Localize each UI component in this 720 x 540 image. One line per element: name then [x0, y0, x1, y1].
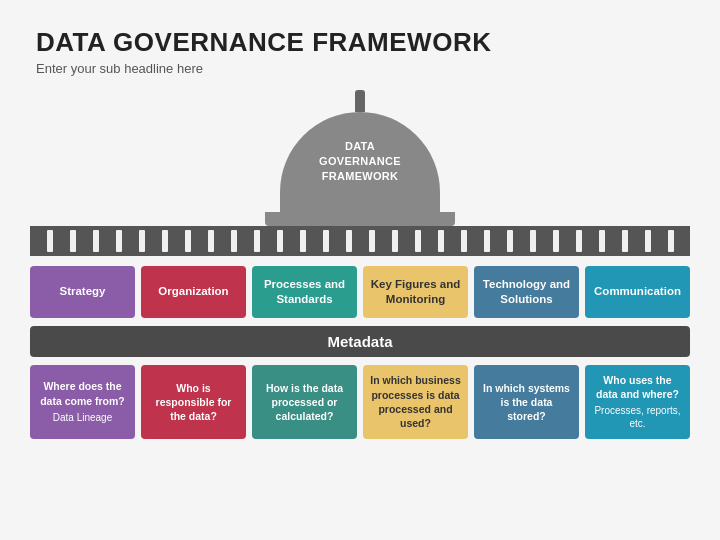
desc-technology: In which systems is the data stored?: [474, 365, 579, 439]
ladder-rung: [208, 230, 214, 252]
ladder-rung: [553, 230, 559, 252]
ladder-rung: [116, 230, 122, 252]
cat-processes: Processes and Standards: [252, 266, 357, 318]
description-row: Where does the data come from? Data Line…: [30, 365, 690, 439]
ladder-rung: [484, 230, 490, 252]
cat-communication: Communication: [585, 266, 690, 318]
dome-handle: [355, 90, 365, 112]
cat-organization: Organization: [141, 266, 246, 318]
ladder-rung: [162, 230, 168, 252]
ladder-rung: [530, 230, 536, 252]
cat-figures: Key Figures and Monitoring: [363, 266, 468, 318]
ladder-rung: [507, 230, 513, 252]
ladder-rung: [254, 230, 260, 252]
ladder-rung: [231, 230, 237, 252]
desc-organization: Who is responsible for the data?: [141, 365, 246, 439]
subtitle: Enter your sub headline here: [36, 61, 684, 76]
ladder-rung: [645, 230, 651, 252]
desc-figures: In which business processes is data proc…: [363, 365, 468, 439]
ladder-rung: [323, 230, 329, 252]
ladder-rung: [392, 230, 398, 252]
ladder-rung: [47, 230, 53, 252]
ladder-rung: [70, 230, 76, 252]
ladder-rail: [30, 226, 690, 256]
title: DATA GOVERNANCE FRAMEWORK: [36, 28, 684, 57]
ladder-rung: [185, 230, 191, 252]
ladder-rung: [461, 230, 467, 252]
ladder-rung: [93, 230, 99, 252]
dome-area: DATA GOVERNANCE FRAMEWORK: [36, 86, 684, 226]
main-area: DATA GOVERNANCE FRAMEWORK Strategy Organ…: [36, 86, 684, 520]
desc-communication: Who uses the data and where? Processes, …: [585, 365, 690, 439]
ladder-rung: [576, 230, 582, 252]
ladder-rung: [438, 230, 444, 252]
ladder-rung: [599, 230, 605, 252]
dome-base: [265, 212, 455, 226]
cat-strategy: Strategy: [30, 266, 135, 318]
cat-technology: Technology and Solutions: [474, 266, 579, 318]
category-row: Strategy Organization Processes and Stan…: [30, 266, 690, 318]
dome-bell-text: DATA GOVERNANCE FRAMEWORK: [319, 139, 401, 184]
ladder-rung: [415, 230, 421, 252]
ladder-rung: [277, 230, 283, 252]
ladder-rung: [346, 230, 352, 252]
dome-bell: DATA GOVERNANCE FRAMEWORK: [280, 112, 440, 212]
desc-processes: How is the data processed or calculated?: [252, 365, 357, 439]
ladder-rung: [668, 230, 674, 252]
ladder-rung: [369, 230, 375, 252]
ladder-rung: [300, 230, 306, 252]
ladder-rung: [622, 230, 628, 252]
desc-strategy: Where does the data come from? Data Line…: [30, 365, 135, 439]
ladder-rung: [139, 230, 145, 252]
metadata-bar: Metadata: [30, 326, 690, 357]
slide: DATA GOVERNANCE FRAMEWORK Enter your sub…: [0, 0, 720, 540]
